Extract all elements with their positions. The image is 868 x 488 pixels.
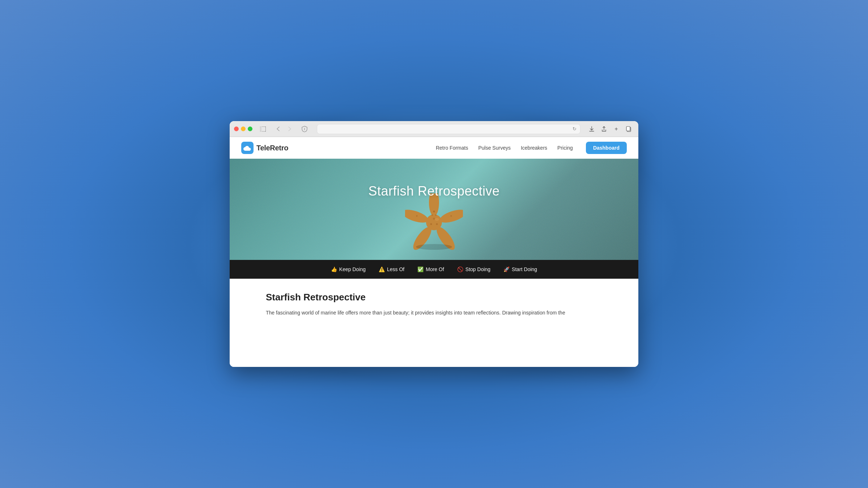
address-bar[interactable]: ↻ — [317, 124, 580, 134]
dashboard-button[interactable]: Dashboard — [586, 142, 627, 154]
back-button[interactable] — [273, 124, 284, 134]
share-icon[interactable] — [599, 124, 609, 134]
stop-doing-label: Stop Doing — [465, 266, 490, 272]
keep-doing-emoji: 👍 — [331, 266, 337, 272]
svg-rect-1 — [260, 127, 262, 132]
content-area: Starfish Retrospective The fascinating w… — [230, 279, 638, 367]
category-less-of[interactable]: ⚠️ Less Of — [379, 266, 404, 272]
svg-point-14 — [431, 214, 433, 216]
less-of-emoji: ⚠️ — [379, 266, 385, 272]
shield-icon — [299, 124, 310, 134]
copy-tab-icon[interactable] — [623, 124, 634, 134]
start-doing-emoji: 🚀 — [503, 266, 510, 272]
close-button[interactable] — [234, 127, 239, 131]
svg-point-11 — [426, 214, 442, 230]
start-doing-label: Start Doing — [512, 266, 537, 272]
more-of-emoji: ✅ — [417, 266, 424, 272]
fullscreen-button[interactable] — [248, 127, 252, 131]
new-tab-icon[interactable]: + — [611, 124, 622, 134]
svg-point-21 — [416, 244, 452, 250]
category-stop-doing[interactable]: 🚫 Stop Doing — [457, 266, 490, 272]
sidebar-toggle-button[interactable] — [258, 124, 268, 134]
website-content: TeleRetro Retro Formats Pulse Surveys Ic… — [230, 137, 638, 367]
nav-pricing[interactable]: Pricing — [557, 145, 573, 151]
logo-text: TeleRetro — [256, 144, 288, 152]
browser-window: ↻ + — [230, 121, 638, 367]
reload-icon[interactable]: ↻ — [573, 126, 576, 132]
keep-doing-label: Keep Doing — [339, 266, 366, 272]
minimize-button[interactable] — [241, 127, 246, 131]
nav-icebreakers[interactable]: Icebreakers — [521, 145, 547, 151]
site-nav: TeleRetro Retro Formats Pulse Surveys Ic… — [230, 137, 638, 159]
svg-point-13 — [435, 214, 437, 216]
hero-section: Starfish Retrospective — [230, 159, 638, 260]
svg-point-17 — [430, 223, 432, 225]
svg-point-16 — [436, 223, 438, 225]
category-keep-doing[interactable]: 👍 Keep Doing — [331, 266, 366, 272]
category-start-doing[interactable]: 🚀 Start Doing — [503, 266, 537, 272]
download-icon[interactable] — [586, 124, 597, 134]
category-more-of[interactable]: ✅ More Of — [417, 266, 444, 272]
content-title: Starfish Retrospective — [266, 292, 602, 303]
svg-point-12 — [433, 211, 435, 213]
nav-buttons — [273, 124, 295, 134]
traffic-lights — [234, 127, 252, 131]
logo-icon — [241, 142, 254, 154]
nav-retro-formats[interactable]: Retro Formats — [436, 145, 468, 151]
stop-doing-emoji: 🚫 — [457, 266, 463, 272]
browser-actions: + — [586, 124, 634, 134]
logo-area[interactable]: TeleRetro — [241, 142, 288, 154]
category-bar: 👍 Keep Doing ⚠️ Less Of ✅ More Of 🚫 Stop… — [230, 260, 638, 279]
forward-button[interactable] — [284, 124, 295, 134]
hero-title: Starfish Retrospective — [368, 184, 499, 199]
content-text: The fascinating world of marine life off… — [266, 309, 602, 317]
more-of-label: More Of — [426, 266, 444, 272]
svg-point-20 — [435, 218, 439, 221]
starfish-image — [405, 193, 463, 253]
less-of-label: Less Of — [387, 266, 404, 272]
nav-pulse-surveys[interactable]: Pulse Surveys — [478, 145, 510, 151]
browser-chrome: ↻ + — [230, 121, 638, 137]
svg-rect-5 — [626, 127, 630, 131]
nav-links: Retro Formats Pulse Surveys Icebreakers … — [436, 142, 627, 154]
